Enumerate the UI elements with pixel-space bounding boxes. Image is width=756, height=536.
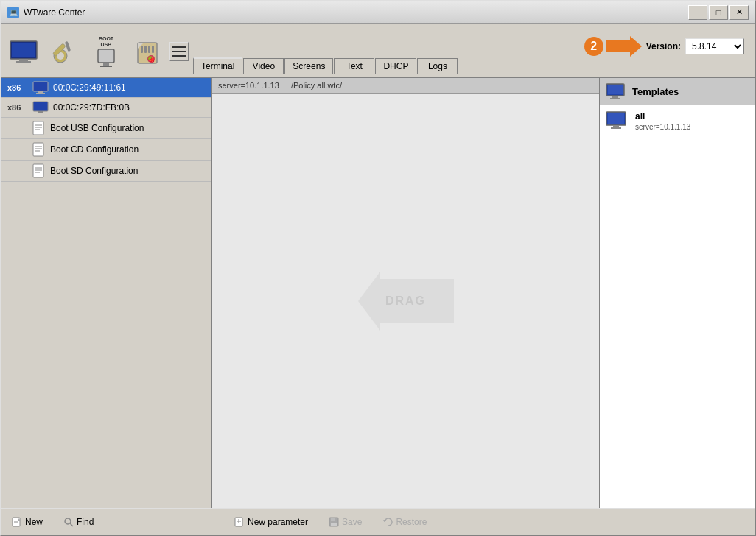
boot-sd-config-icon [32, 163, 46, 178]
save-label: Save [342, 517, 362, 527]
minimize-button[interactable]: ─ [688, 5, 707, 20]
toolbar-buttons: BOOT USB [4, 27, 189, 74]
info-server: server=10.1.1.13 [218, 81, 279, 90]
svg-rect-16 [152, 46, 154, 53]
new-param-button[interactable]: New parameter [230, 515, 312, 529]
annotation-2-arrow-icon [606, 35, 642, 58]
sidebar: x86 00:0C:29:49:11:61 1 [1, 78, 212, 508]
svg-rect-10 [100, 66, 112, 67]
new-param-label: New parameter [248, 517, 308, 527]
app-window: 💻 WTware Center ─ □ ✕ [0, 0, 756, 536]
hamburger-line-2 [172, 51, 186, 52]
computer-button[interactable] [4, 31, 43, 72]
svg-rect-1 [12, 43, 35, 57]
version-dropdown[interactable]: 5.8.14 [685, 38, 744, 54]
svg-rect-2 [19, 59, 28, 61]
svg-rect-25 [38, 111, 43, 113]
title-bar-left: 💻 WTware Center [7, 7, 85, 18]
info-policy: /Policy all.wtc/ [291, 81, 342, 90]
tab-terminal[interactable]: Terminal [193, 57, 242, 74]
tab-text[interactable]: Text [334, 58, 374, 74]
close-button[interactable]: ✕ [729, 5, 749, 20]
annotation-2-badge: 2 [584, 37, 603, 56]
svg-rect-8 [98, 49, 114, 63]
device-1-mac: 00:0C:29:49:11:61 [53, 82, 206, 93]
tab-dhcp[interactable]: DHCP [375, 58, 416, 74]
svg-rect-43 [610, 98, 620, 99]
svg-rect-46 [613, 125, 619, 127]
templates-title: Templates [632, 86, 679, 97]
title-bar-controls: ─ □ ✕ [688, 5, 749, 20]
new-param-icon [234, 517, 245, 527]
sd-card-button[interactable]: 🍓 [128, 31, 167, 72]
find-button[interactable]: Find [59, 515, 98, 529]
templates-panel: Templates all server=10.1.1.13 [600, 78, 755, 508]
template-item-all[interactable]: all server=10.1.1.13 [600, 105, 755, 138]
maximize-button[interactable]: □ [709, 5, 728, 20]
sidebar-item-boot-usb[interactable]: x86 Boot USB Configuration [1, 118, 211, 139]
hamburger-line-1 [172, 46, 186, 48]
device-2-icon [32, 101, 49, 114]
version-section: 2 Version: 5.8.14 [584, 35, 752, 58]
boot-usb-config-label: Boot USB Configuration [50, 123, 206, 133]
svg-marker-19 [606, 36, 642, 57]
templates-header-icon [606, 82, 626, 100]
device-2-mac: 00:0C:29:7D:FB:0B [53, 102, 206, 113]
arch-badge-1: x86 [7, 83, 28, 92]
drag-indicator: DRAG [358, 272, 454, 331]
svg-rect-15 [148, 46, 150, 53]
svg-rect-45 [608, 113, 624, 124]
boot-sd-config-label: Boot SD Configuration [50, 166, 206, 176]
save-button: Save [324, 515, 366, 529]
boot-usb-button[interactable]: BOOT USB [87, 31, 125, 72]
info-bar: server=10.1.1.13 /Policy all.wtc/ [212, 78, 599, 94]
main-panel: server=10.1.1.13 /Policy all.wtc/ DRAG [212, 78, 600, 508]
svg-marker-59 [383, 520, 386, 522]
app-icon: 💻 [7, 7, 19, 18]
status-left: New Find [7, 515, 218, 529]
hamburger-line-3 [172, 55, 186, 57]
content-area: x86 00:0C:29:49:11:61 1 [1, 78, 755, 508]
template-all-name: all [635, 111, 690, 121]
svg-rect-22 [36, 93, 45, 94]
svg-text:🍓: 🍓 [147, 55, 155, 63]
svg-rect-58 [331, 523, 337, 526]
version-label: Version: [646, 41, 681, 52]
toolbar-area: BOOT USB [1, 24, 755, 78]
tab-logs[interactable]: Logs [417, 58, 458, 74]
status-right: New parameter Save Restore [230, 515, 749, 529]
sidebar-item-boot-sd[interactable]: x86 Boot SD Configuration [1, 161, 211, 182]
boot-cd-config-icon [32, 142, 46, 157]
restore-button: Restore [378, 515, 431, 529]
svg-rect-21 [38, 91, 43, 93]
save-icon [329, 517, 339, 527]
svg-point-51 [65, 518, 71, 524]
tab-screens[interactable]: Screens [284, 58, 333, 74]
tab-video[interactable]: Video [243, 58, 284, 74]
templates-content: all server=10.1.1.13 [600, 105, 755, 508]
find-label: Find [77, 517, 94, 527]
title-bar: 💻 WTware Center ─ □ ✕ [1, 1, 755, 24]
template-all-sub: server=10.1.1.13 [635, 123, 690, 131]
sd-card-icon: 🍓 [136, 38, 158, 65]
new-button[interactable]: New [7, 515, 47, 529]
restore-icon [382, 517, 393, 527]
new-label: New [25, 517, 43, 527]
sidebar-item-device-1[interactable]: x86 00:0C:29:49:11:61 1 [1, 78, 211, 98]
find-icon [63, 517, 74, 527]
restore-label: Restore [396, 517, 427, 527]
template-all-icon [606, 111, 629, 132]
app-title: WTware Center [24, 7, 85, 18]
template-all-text: all server=10.1.1.13 [635, 111, 690, 131]
status-bar: New Find New parameter [1, 508, 755, 535]
svg-rect-47 [611, 127, 621, 129]
svg-rect-26 [36, 113, 45, 113]
svg-rect-14 [144, 46, 147, 53]
hamburger-menu-button[interactable] [169, 42, 189, 61]
arch-badge-2: x86 [7, 103, 28, 112]
sidebar-item-device-2[interactable]: x86 00:0C:29:7D:FB:0B [1, 98, 211, 118]
sidebar-item-boot-cd[interactable]: x86 Boot CD Configuration [1, 139, 211, 161]
tab-bar: Terminal Video Screens Text DHCP Logs [189, 27, 584, 74]
tools-button[interactable] [46, 31, 84, 72]
computer-icon [9, 40, 38, 63]
